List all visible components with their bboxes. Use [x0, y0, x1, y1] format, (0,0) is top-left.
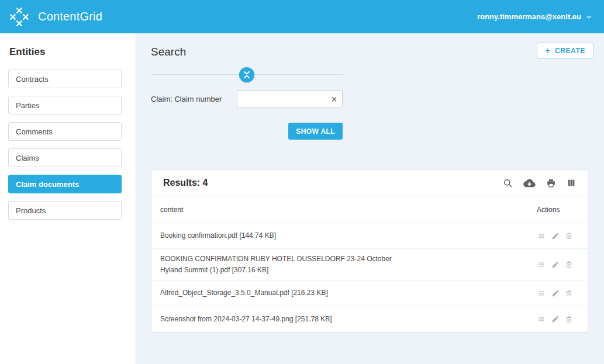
row-actions: [537, 231, 579, 240]
table-row: Alfred_Object_Storage_3.5.0_Manual.pdf […: [151, 280, 588, 306]
app-title: ContentGrid: [38, 10, 102, 23]
sidebar-item-claim-documents[interactable]: Claim documents: [8, 175, 122, 193]
delete-icon: [565, 231, 573, 240]
close-icon: [330, 95, 338, 103]
cloud-download-icon: [523, 178, 536, 188]
print-button[interactable]: [546, 178, 556, 188]
user-menu[interactable]: ronny.timmermans@xenit.eu: [477, 12, 592, 21]
details-button[interactable]: [537, 232, 546, 240]
chevron-down-icon: [585, 13, 592, 20]
edit-icon: [551, 232, 560, 240]
filter-divider: [151, 74, 343, 75]
file-label: BOOKING CONFIRMATION RUBY HOTEL DUSSELDO…: [160, 254, 397, 275]
download-button[interactable]: [523, 178, 536, 188]
collapse-filters-button[interactable]: [239, 67, 254, 82]
details-button[interactable]: [537, 289, 546, 297]
row-actions: [537, 260, 579, 269]
claim-number-input[interactable]: [237, 90, 343, 108]
delete-button[interactable]: [565, 289, 573, 297]
sidebar-item-contracts[interactable]: Contracts: [8, 70, 122, 88]
file-label: Booking confirmation.pdf [144.74 KB]: [160, 230, 276, 241]
details-button[interactable]: [537, 315, 546, 323]
file-label: Screenshot from 2024-03-27 14-37-49.png …: [160, 314, 332, 325]
details-icon: [537, 261, 546, 269]
entities-sidebar: Entities Contracts Parties Comments Clai…: [0, 33, 136, 364]
sidebar-item-label: Claim documents: [16, 180, 79, 189]
chevron-collapse-icon: [239, 67, 254, 82]
content-cell: Screenshot from 2024-03-27 14-37-49.png …: [160, 314, 537, 325]
main-content: Search + CREATE Claim: Claim number: [136, 33, 604, 364]
details-icon: [537, 289, 546, 297]
delete-icon: [565, 315, 573, 324]
create-button-label: CREATE: [555, 47, 585, 55]
search-icon: [503, 178, 513, 188]
top-bar: ContentGrid ronny.timmermans@xenit.eu: [0, 0, 604, 33]
columns-button[interactable]: [567, 178, 576, 188]
edit-button[interactable]: [551, 232, 560, 240]
content-cell: BOOKING CONFIRMATION RUBY HOTEL DUSSELDO…: [160, 254, 537, 275]
delete-icon: [565, 289, 573, 297]
plus-icon: +: [545, 46, 551, 56]
delete-icon: [565, 260, 573, 269]
delete-button[interactable]: [565, 315, 573, 324]
page-title: Search: [151, 33, 588, 58]
sidebar-item-comments[interactable]: Comments: [8, 122, 122, 141]
delete-button[interactable]: [565, 231, 573, 240]
sidebar-item-label: Parties: [16, 101, 39, 110]
edit-button[interactable]: [551, 261, 560, 269]
clear-input-button[interactable]: [329, 94, 339, 104]
filter-input-wrap: [237, 90, 343, 108]
table-row: Booking confirmation.pdf [144.74 KB]: [151, 223, 588, 249]
search-results-button[interactable]: [503, 178, 513, 188]
sidebar-item-label: Claims: [16, 154, 39, 162]
results-count: Results: 4: [163, 178, 208, 188]
user-email: ronny.timmermans@xenit.eu: [477, 12, 581, 21]
results-header: Results: 4: [151, 170, 588, 196]
details-icon: [537, 315, 546, 323]
claim-number-filter-row: Claim: Claim number: [151, 90, 343, 108]
create-button[interactable]: + CREATE: [537, 43, 593, 59]
table-header-row: content Actions: [151, 196, 588, 223]
app-window: ContentGrid ronny.timmermans@xenit.eu En…: [0, 0, 604, 364]
row-actions: [537, 289, 579, 297]
sidebar-item-claims[interactable]: Claims: [8, 148, 122, 167]
edit-icon: [551, 289, 560, 297]
details-button[interactable]: [537, 261, 546, 269]
edit-icon: [551, 315, 560, 323]
content-cell: Alfred_Object_Storage_3.5.0_Manual.pdf […: [160, 287, 537, 299]
contentgrid-logo-icon: [8, 6, 30, 28]
edit-icon: [551, 261, 560, 269]
content-cell: Booking confirmation.pdf [144.74 KB]: [160, 230, 537, 241]
edit-button[interactable]: [551, 289, 560, 297]
delete-button[interactable]: [565, 260, 573, 269]
sidebar-item-parties[interactable]: Parties: [8, 96, 122, 115]
column-header-actions: Actions: [537, 206, 579, 214]
file-label: Alfred_Object_Storage_3.5.0_Manual.pdf […: [160, 287, 328, 299]
sidebar-heading: Entities: [9, 46, 122, 58]
edit-button[interactable]: [551, 315, 560, 323]
columns-icon: [567, 178, 576, 188]
sidebar-item-label: Contracts: [16, 75, 49, 84]
table-row: Screenshot from 2024-03-27 14-37-49.png …: [151, 306, 588, 332]
details-icon: [537, 232, 546, 240]
sidebar-item-label: Products: [16, 206, 46, 215]
show-all-button[interactable]: SHOW ALL: [288, 123, 343, 140]
column-header-content: content: [160, 206, 537, 214]
print-icon: [546, 178, 556, 188]
sidebar-item-label: Comments: [16, 127, 53, 136]
results-card: Results: 4: [151, 169, 588, 332]
row-actions: [537, 315, 579, 324]
sidebar-item-products[interactable]: Products: [8, 201, 122, 220]
search-filter-panel: Claim: Claim number SHOW ALL: [151, 58, 343, 140]
filter-label: Claim: Claim number: [151, 95, 237, 103]
results-toolbar: [503, 178, 576, 188]
table-row: BOOKING CONFIRMATION RUBY HOTEL DUSSELDO…: [151, 249, 588, 280]
